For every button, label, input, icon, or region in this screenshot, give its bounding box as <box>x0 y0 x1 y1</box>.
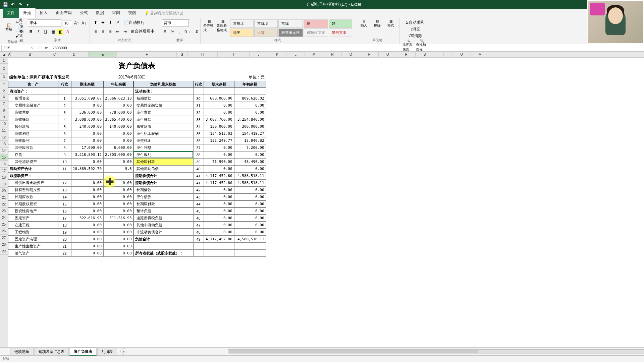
currency-icon[interactable]: $ <box>162 29 168 35</box>
col-header-B[interactable]: B <box>11 52 49 57</box>
row-header-12[interactable]: 12 <box>0 134 8 141</box>
row-header-5[interactable]: 5 <box>0 87 8 94</box>
col-header-M[interactable]: M <box>305 52 323 57</box>
delete-cells-button[interactable]: ⊟删除 <box>371 19 383 32</box>
sheet-tab-1[interactable]: 进项清单 <box>10 348 34 355</box>
border-button[interactable]: ▦ <box>50 29 56 35</box>
col-header-G[interactable]: G <box>177 52 187 57</box>
redo-icon[interactable]: ↷ <box>17 2 23 7</box>
row-header-11[interactable]: 11 <box>0 127 8 134</box>
style-normal[interactable]: 常规 <box>278 19 303 28</box>
tab-review[interactable]: 审阅 <box>108 8 124 18</box>
tab-insert[interactable]: 插入 <box>36 8 52 18</box>
align-right-icon[interactable]: ≡ <box>107 28 113 35</box>
dec-decimal-icon[interactable]: ←.0 <box>192 29 198 35</box>
shrink-font-icon[interactable]: A↓ <box>81 20 87 26</box>
select-all-corner[interactable]: ◢ <box>0 52 8 58</box>
font-size-select[interactable]: 10 <box>63 20 72 26</box>
style-good[interactable]: 好 <box>329 19 352 28</box>
col-header-L[interactable]: L <box>286 52 305 57</box>
align-bottom-icon[interactable]: ⬇ <box>107 19 113 25</box>
row-header-24[interactable]: 24 <box>0 215 8 221</box>
row-header-18[interactable]: 18 <box>0 174 8 181</box>
row-header-7[interactable]: 7 <box>0 101 8 107</box>
row-header-20[interactable]: 20 <box>0 188 8 194</box>
row-header-28[interactable]: 28 <box>0 241 8 248</box>
formula-input[interactable]: 2803000 <box>51 45 644 51</box>
merge-button[interactable]: ⊞ 合并后居中 <box>129 28 156 35</box>
tab-file[interactable]: 文件 <box>3 8 19 18</box>
row-header-3[interactable]: 3 <box>0 74 8 80</box>
style-normal2[interactable]: 常规 2 <box>230 19 254 28</box>
insert-cells-button[interactable]: ⊞插入 <box>358 19 370 32</box>
col-header-E[interactable]: E <box>89 52 117 57</box>
fill-button[interactable]: ↓ 填充 <box>402 26 428 32</box>
underline-button[interactable]: U <box>43 29 49 35</box>
align-left-icon[interactable]: ≡ <box>93 28 99 35</box>
qat-more-icon[interactable]: ▾ <box>25 2 30 7</box>
add-sheet-button[interactable]: + <box>120 348 127 355</box>
style-check[interactable]: 检查单元格 <box>278 28 303 37</box>
sheet-tab-3[interactable]: 资产负债表 <box>69 348 97 356</box>
row-header-27[interactable]: 27 <box>0 235 8 241</box>
row-header-17[interactable]: 17 <box>0 168 8 174</box>
sheet-tab-2[interactable]: 销项发票汇总表 <box>34 348 69 355</box>
style-warning[interactable]: 警告文本 <box>329 28 352 37</box>
row-header-14[interactable]: 14 <box>0 147 8 154</box>
col-header-T[interactable]: T <box>434 52 452 57</box>
row-header-8[interactable]: 8 <box>0 107 8 114</box>
style-neutral[interactable]: 适中 <box>230 28 254 37</box>
fill-color-button[interactable]: ◧ <box>57 29 63 35</box>
col-header-I[interactable]: I <box>218 52 250 57</box>
cond-format-button[interactable]: ▦条件格式 <box>203 19 215 32</box>
row-header-4[interactable]: 4 <box>0 80 8 87</box>
col-header-R[interactable]: R <box>397 52 416 57</box>
col-header-F[interactable]: F <box>117 52 177 57</box>
row-header-2[interactable]: 2 <box>0 64 8 74</box>
tab-formulas[interactable]: 公式 <box>76 8 92 18</box>
clear-button[interactable]: ⌫ 清除 <box>402 33 428 39</box>
enter-icon[interactable]: ✓ <box>35 46 42 50</box>
col-header-V[interactable]: V <box>471 52 489 57</box>
row-header-19[interactable]: 19 <box>0 181 8 188</box>
col-header-O[interactable]: O <box>342 52 360 57</box>
inc-decimal-icon[interactable]: .0→ <box>184 29 190 35</box>
col-header-H[interactable]: H <box>187 52 218 57</box>
col-header-N[interactable]: N <box>323 52 342 57</box>
percent-icon[interactable]: % <box>169 29 175 35</box>
style-normal3[interactable]: 常规 3 <box>254 19 278 28</box>
table-format-button[interactable]: ▦套用表格格式 <box>217 19 229 32</box>
align-middle-icon[interactable]: ⬌ <box>100 19 106 25</box>
row-header-13[interactable]: 13 <box>0 141 8 147</box>
col-header-S[interactable]: S <box>416 52 434 57</box>
row-header-22[interactable]: 22 <box>0 201 8 208</box>
autosum-button[interactable]: Σ 自动求和 <box>402 19 428 25</box>
tellme-input[interactable]: 💡 告诉我您想要做什么 <box>140 9 187 18</box>
col-header-A[interactable]: A <box>8 52 11 57</box>
style-calc[interactable]: 计算 <box>254 28 278 37</box>
row-header-15[interactable]: 15 <box>0 154 8 161</box>
row-header-10[interactable]: 10 <box>0 121 8 127</box>
style-bad[interactable]: 差 <box>304 19 328 28</box>
grow-font-icon[interactable]: A↑ <box>73 20 79 26</box>
indent-inc-icon[interactable]: ⇥ <box>122 28 128 35</box>
col-header-P[interactable]: P <box>360 52 379 57</box>
col-header-Q[interactable]: Q <box>379 52 397 57</box>
row-header-25[interactable]: 25 <box>0 221 8 228</box>
col-header-K[interactable]: K <box>268 52 286 57</box>
align-top-icon[interactable]: ⬆ <box>93 19 99 25</box>
fx-icon[interactable]: fx <box>42 46 51 50</box>
style-explain[interactable]: 解释性文本 <box>304 28 328 37</box>
tab-view[interactable]: 视图 <box>124 8 140 18</box>
row-header-16[interactable]: 16 <box>0 161 8 168</box>
format-painter-button[interactable]: 🖌 格式刷 <box>16 33 22 39</box>
orientation-icon[interactable]: ↗ <box>115 19 121 25</box>
save-icon[interactable]: 💾 <box>3 2 8 7</box>
col-header-U[interactable]: U <box>452 52 471 57</box>
sheet-tab-4[interactable]: 利润表 <box>97 348 117 355</box>
align-center-icon[interactable]: ≡ <box>100 28 106 35</box>
italic-button[interactable]: I <box>35 29 41 35</box>
tab-layout[interactable]: 页面布局 <box>52 8 76 18</box>
comma-icon[interactable]: , <box>177 29 183 35</box>
col-header-J[interactable]: J <box>250 52 268 57</box>
